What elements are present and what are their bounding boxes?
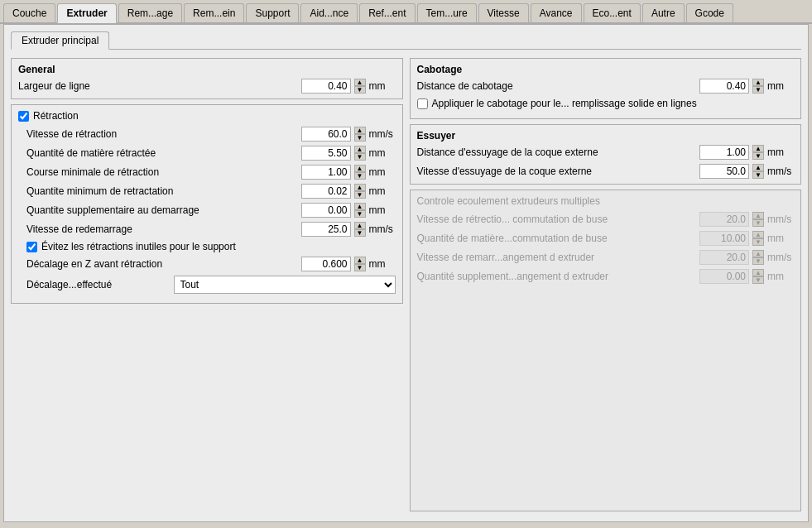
tab-temure[interactable]: Tem...ure	[417, 3, 477, 22]
quantite-matiere-down[interactable]: ▼	[354, 153, 366, 161]
controle-quantite-sup-spinner: ▲ ▼	[752, 269, 764, 284]
tab-support[interactable]: Support	[246, 3, 299, 22]
evitez-checkbox[interactable]	[26, 242, 37, 252]
quantite-sup-input[interactable]	[301, 203, 351, 218]
tab-avance[interactable]: Avance	[531, 3, 582, 22]
tab-vitesse[interactable]: Vitesse	[478, 3, 529, 22]
vitesse-ext-label: Vitesse d'essuyage de la coque externe	[417, 166, 700, 177]
quantite-matiere-spinner: ▲ ▼	[354, 146, 366, 161]
tab-couche[interactable]: Couche	[3, 3, 55, 22]
course-minimale-up[interactable]: ▲	[354, 165, 366, 172]
controle-vitesse-ret-row: Vitesse de rétrectio... commutation de b…	[417, 212, 795, 227]
decalage-eff-select[interactable]: Tout Première couche Toutes les couches	[174, 276, 396, 294]
tab-autre[interactable]: Autre	[642, 3, 685, 22]
controle-vitesse-ret-spinner: ▲ ▼	[752, 212, 764, 227]
retraction-group: Rétraction Vitesse de rétraction ▲ ▼ mm/…	[11, 104, 403, 304]
quantite-min-unit: mm	[369, 185, 396, 197]
sub-tab-bar: Extruder principal	[11, 31, 801, 50]
general-section: General Largeur de ligne ▲ ▼ mm	[11, 58, 403, 99]
distance-cabotage-down[interactable]: ▼	[752, 86, 764, 94]
distance-cabotage-up[interactable]: ▲	[752, 79, 764, 86]
general-title: General	[18, 64, 396, 75]
quantite-matiere-unit: mm	[369, 147, 396, 159]
tab-refent[interactable]: Ref...ent	[359, 3, 415, 22]
controle-quantite-mat-input-unit: ▲ ▼ mm	[699, 231, 794, 246]
distance-ext-up[interactable]: ▲	[752, 145, 764, 152]
tab-gcode[interactable]: Gcode	[686, 3, 733, 22]
quantite-matiere-input-unit: ▲ ▼ mm	[301, 146, 396, 161]
two-column-layout: General Largeur de ligne ▲ ▼ mm	[11, 58, 801, 511]
vitesse-ext-down[interactable]: ▼	[752, 171, 764, 179]
vitesse-ext-input[interactable]	[699, 164, 749, 179]
vitesse-retraction-input[interactable]	[301, 127, 351, 142]
controle-quantite-mat-spinner: ▲ ▼	[752, 231, 764, 246]
decalage-z-label: Décalage en Z avant rétraction	[26, 258, 301, 270]
retraction-checkbox[interactable]	[18, 111, 29, 122]
controle-vitesse-redem-row: Vitesse de remarr...angement d extruder …	[417, 250, 795, 265]
controle-quantite-sup-up: ▲	[752, 269, 764, 276]
quantite-min-label: Quantite minimum de retractation	[26, 185, 301, 197]
largeur-de-ligne-input-unit: ▲ ▼ mm	[301, 79, 396, 94]
tab-remein[interactable]: Rem...ein	[184, 3, 244, 22]
evitez-row: Évitez les rétractions inutiles pour le …	[26, 241, 396, 252]
decalage-z-row: Décalage en Z avant rétraction ▲ ▼ mm	[26, 257, 396, 271]
controle-vitesse-redem-spinner: ▲ ▼	[752, 250, 764, 265]
decalage-z-up[interactable]: ▲	[354, 257, 366, 264]
quantite-sup-unit: mm	[369, 204, 396, 216]
tab-aidnce[interactable]: Aid...nce	[300, 3, 358, 22]
quantite-matiere-input[interactable]	[301, 146, 351, 161]
quantite-sup-down[interactable]: ▼	[354, 210, 366, 218]
tab-remage[interactable]: Rem...age	[118, 3, 182, 22]
quantite-min-input[interactable]	[301, 184, 351, 199]
retraction-fields: Vitesse de rétraction ▲ ▼ mm/s Quanti	[18, 127, 396, 294]
course-minimale-input[interactable]	[301, 165, 351, 180]
retraction-header: Rétraction	[18, 110, 396, 122]
vitesse-redem-down[interactable]: ▼	[354, 229, 366, 237]
decalage-z-input[interactable]	[301, 257, 351, 271]
decalage-eff-row: Décalage...effectué Tout Première couche…	[26, 276, 396, 294]
distance-ext-input[interactable]	[699, 145, 749, 160]
distance-ext-down[interactable]: ▼	[752, 152, 764, 160]
largeur-de-ligne-input[interactable]	[301, 79, 351, 94]
quantite-min-input-unit: ▲ ▼ mm	[301, 184, 396, 199]
vitesse-retraction-input-unit: ▲ ▼ mm/s	[301, 127, 396, 142]
controle-quantite-sup-down: ▼	[752, 276, 764, 284]
controle-quantite-sup-row: Quantité supplement...angement d extrude…	[417, 269, 795, 284]
vitesse-ext-up[interactable]: ▲	[752, 164, 764, 171]
quantite-min-down[interactable]: ▼	[354, 191, 366, 199]
vitesse-redem-input[interactable]	[301, 222, 351, 237]
controle-title: Controle ecoulement extrudeurs multiples	[417, 195, 795, 207]
appliquer-checkbox[interactable]	[417, 98, 428, 109]
quantite-min-spinner: ▲ ▼	[354, 184, 366, 199]
vitesse-redem-unit: mm/s	[369, 223, 396, 235]
left-panel: General Largeur de ligne ▲ ▼ mm	[11, 58, 403, 511]
distance-ext-row: Distance d'essuyage de la coque externe …	[417, 145, 795, 160]
largeur-de-ligne-down[interactable]: ▼	[354, 86, 366, 94]
vitesse-retraction-down[interactable]: ▼	[354, 134, 366, 142]
controle-vitesse-ret-label: Vitesse de rétrectio... commutation de b…	[417, 214, 700, 225]
quantite-sup-up[interactable]: ▲	[354, 203, 366, 210]
largeur-de-ligne-up[interactable]: ▲	[354, 79, 366, 86]
decalage-z-down[interactable]: ▼	[354, 264, 366, 271]
quantite-min-row: Quantite minimum de retractation ▲ ▼ mm	[26, 184, 396, 199]
controle-vitesse-ret-input	[699, 212, 749, 227]
quantite-min-up[interactable]: ▲	[354, 184, 366, 191]
sub-tab-extruder-principal[interactable]: Extruder principal	[11, 31, 109, 50]
controle-quantite-sup-input	[699, 269, 749, 284]
vitesse-retraction-up[interactable]: ▲	[354, 127, 366, 134]
cabotage-section: Cabotage Distance de cabotage ▲ ▼ mm App…	[410, 58, 802, 119]
quantite-sup-label: Quantite supplementaire au demarrage	[26, 204, 301, 216]
tab-extruder[interactable]: Extruder	[57, 3, 116, 23]
controle-vitesse-ret-down: ▼	[752, 219, 764, 227]
controle-vitesse-redem-down: ▼	[752, 257, 764, 265]
controle-vitesse-redem-unit: mm/s	[767, 252, 794, 263]
course-minimale-down[interactable]: ▼	[354, 172, 366, 180]
distance-cabotage-input[interactable]	[699, 79, 749, 94]
vitesse-ext-row: Vitesse d'essuyage de la coque externe ▲…	[417, 164, 795, 179]
tab-ecoent[interactable]: Eco...ent	[584, 3, 641, 22]
vitesse-redem-up[interactable]: ▲	[354, 222, 366, 229]
controle-quantite-sup-input-unit: ▲ ▼ mm	[699, 269, 794, 284]
distance-cabotage-row: Distance de cabotage ▲ ▼ mm	[417, 79, 795, 94]
cabotage-title: Cabotage	[417, 64, 795, 75]
quantite-matiere-up[interactable]: ▲	[354, 146, 366, 153]
